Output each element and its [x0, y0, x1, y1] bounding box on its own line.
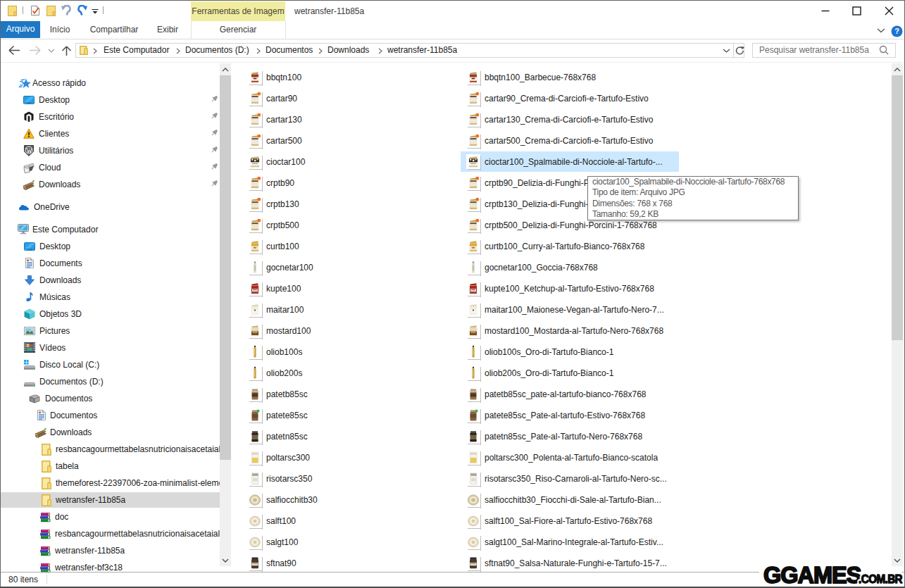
svg-text:.COM.BR: .COM.BR: [859, 573, 903, 585]
svg-text:?: ?: [894, 27, 899, 35]
svg-text:GGAMES: GGAMES: [763, 563, 861, 587]
